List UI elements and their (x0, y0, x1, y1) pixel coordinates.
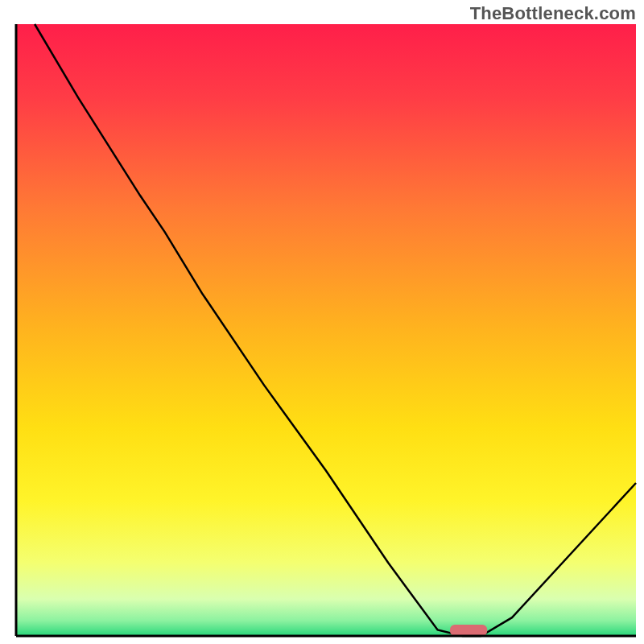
bottleneck-chart (0, 0, 644, 644)
optimum-marker (450, 625, 487, 636)
plot-background (16, 24, 636, 636)
chart-frame: TheBottleneck.com (0, 0, 644, 644)
